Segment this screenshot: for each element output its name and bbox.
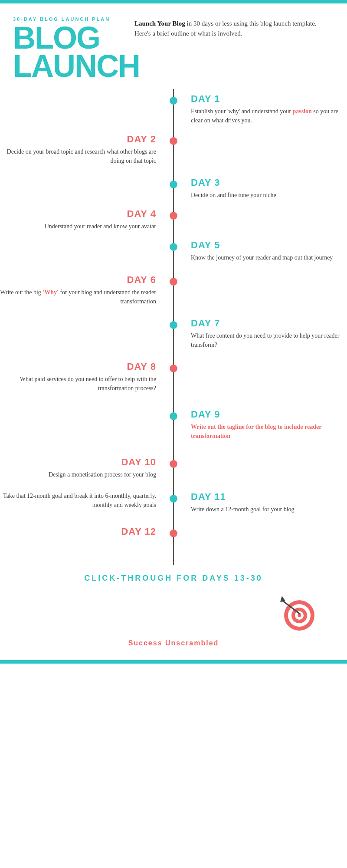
day4-right-empty — [174, 204, 347, 235]
bullseye-icon — [278, 592, 317, 631]
day11-desc: Write down a 12-month goal for your blog — [191, 505, 347, 514]
day7-dot — [170, 321, 177, 329]
page-container: 30-Day Blog Launch Plan BLOGLAUNCH Launc… — [0, 0, 347, 664]
timeline-row-day4: DAY 4 Understand your reader and know yo… — [0, 204, 347, 235]
day6-label: DAY 6 — [0, 274, 156, 286]
day1-right: DAY 1 Establish your 'why' and understan… — [174, 89, 347, 129]
day1-why: 'why' — [227, 108, 240, 115]
day8-left: DAY 8 What paid services do you need to … — [0, 357, 174, 404]
day8-right-empty — [174, 357, 347, 404]
day11-right: DAY 11 Write down a 12-month goal for yo… — [174, 487, 347, 522]
day6-desc: Write out the big 'Why' for your blog an… — [0, 288, 156, 306]
cta-text[interactable]: CLICK-THROUGH FOR DAYS 13-30 — [13, 574, 334, 583]
day7-left-empty — [0, 313, 174, 357]
svg-marker-6 — [280, 596, 285, 602]
day5-desc: Know the journey of your reader and map … — [191, 253, 347, 262]
day10-dot — [170, 460, 177, 468]
target-area — [13, 592, 334, 631]
timeline-row-day3: DAY 3 Decide on and fine tune your niche — [0, 173, 347, 204]
bottom-bar — [0, 660, 347, 664]
day1-left-empty — [0, 89, 174, 129]
day9-desc: Write out the tagline for the blog to in… — [191, 422, 347, 441]
day5-right: DAY 5 Know the journey of your reader an… — [174, 235, 347, 270]
day6-dot — [170, 278, 177, 286]
timeline-row-day2: DAY 2 Decide on your broad topic and res… — [0, 129, 347, 173]
timeline-row-day12: DAY 12 — [0, 522, 347, 548]
day11-dot — [170, 495, 177, 503]
timeline-row-day5: DAY 5 Know the journey of your reader an… — [0, 235, 347, 270]
day3-label: DAY 3 — [191, 177, 347, 188]
day10-label: DAY 10 — [0, 457, 156, 468]
header-section: 30-Day Blog Launch Plan BLOGLAUNCH Launc… — [0, 3, 347, 89]
header-description: Launch Your Blog in 30 days or less usin… — [126, 16, 334, 38]
day2-dot — [170, 137, 177, 145]
day4-desc: Understand your reader and know your ava… — [0, 222, 156, 231]
day5-label: DAY 5 — [191, 240, 347, 251]
day1-passion: passion — [292, 108, 311, 115]
day1-label: DAY 1 — [191, 93, 347, 105]
timeline-row-day1: DAY 1 Establish your 'why' and understan… — [0, 89, 347, 129]
day3-left-empty — [0, 173, 174, 204]
day6-left: DAY 6 Write out the big 'Why' for your b… — [0, 270, 174, 313]
day8-desc: What paid services do you need to offer … — [0, 375, 156, 393]
day7-label: DAY 7 — [191, 318, 347, 329]
day11-left: Take that 12-month goal and break it int… — [0, 487, 174, 522]
day7-desc: What free content do you need to provide… — [191, 331, 347, 349]
day1-dot — [170, 97, 177, 105]
day4-left: DAY 4 Understand your reader and know yo… — [0, 204, 174, 235]
header-left: 30-Day Blog Launch Plan BLOGLAUNCH — [13, 16, 126, 80]
day10-right-empty — [174, 452, 347, 487]
timeline-row-day6: DAY 6 Write out the big 'Why' for your b… — [0, 270, 347, 313]
day9-left-empty — [0, 404, 174, 452]
day3-dot — [170, 181, 177, 188]
brand-name: Success Unscrambled — [13, 639, 334, 656]
day10-desc: Design a monetisation process for your b… — [0, 470, 156, 479]
timeline-row-day10: DAY 10 Design a monetisation process for… — [0, 452, 347, 487]
day8-label: DAY 8 — [0, 361, 156, 372]
day12-label: DAY 12 — [0, 526, 156, 537]
timeline-row-day9: DAY 9 Write out the tagline for the blog… — [0, 404, 347, 452]
timeline-row-day8: DAY 8 What paid services do you need to … — [0, 357, 347, 404]
day2-right-empty — [174, 129, 347, 173]
day2-desc: Decide on your broad topic and research … — [0, 147, 156, 165]
day9-right: DAY 9 Write out the tagline for the blog… — [174, 404, 347, 452]
day3-desc: Decide on and fine tune your niche — [191, 191, 347, 200]
day8-dot — [170, 365, 177, 372]
header-bold: Launch Your Blog — [134, 20, 185, 27]
day9-label: DAY 9 — [191, 409, 347, 420]
day3-right: DAY 3 Decide on and fine tune your niche — [174, 173, 347, 204]
day11-label: DAY 11 — [191, 491, 347, 503]
header-title: BLOGLAUNCH — [13, 24, 126, 80]
day4-dot — [170, 212, 177, 220]
day9-dot — [170, 412, 177, 420]
day7-right: DAY 7 What free content do you need to p… — [174, 313, 347, 357]
day4-label: DAY 4 — [0, 208, 156, 220]
day6-right-empty — [174, 270, 347, 313]
day2-label: DAY 2 — [0, 134, 156, 145]
timeline-row-day11: Take that 12-month goal and break it int… — [0, 487, 347, 522]
footer-section: CLICK-THROUGH FOR DAYS 13-30 Success Uns… — [0, 565, 347, 660]
day10-left: DAY 10 Design a monetisation process for… — [0, 452, 174, 487]
day12-left: DAY 12 — [0, 522, 174, 548]
day6-why: 'Why' — [43, 289, 59, 296]
day12-right-empty — [174, 522, 347, 548]
day5-left-empty — [0, 235, 174, 270]
top-bar — [0, 0, 347, 3]
day5-dot — [170, 243, 177, 251]
day11-left-desc: Take that 12-month goal and break it int… — [0, 491, 156, 510]
day2-left: DAY 2 Decide on your broad topic and res… — [0, 129, 174, 173]
timeline-row-day7: DAY 7 What free content do you need to p… — [0, 313, 347, 357]
timeline-section: DAY 1 Establish your 'why' and understan… — [0, 89, 347, 565]
day1-desc: Establish your 'why' and understand your… — [191, 107, 347, 125]
day12-dot — [170, 529, 177, 537]
